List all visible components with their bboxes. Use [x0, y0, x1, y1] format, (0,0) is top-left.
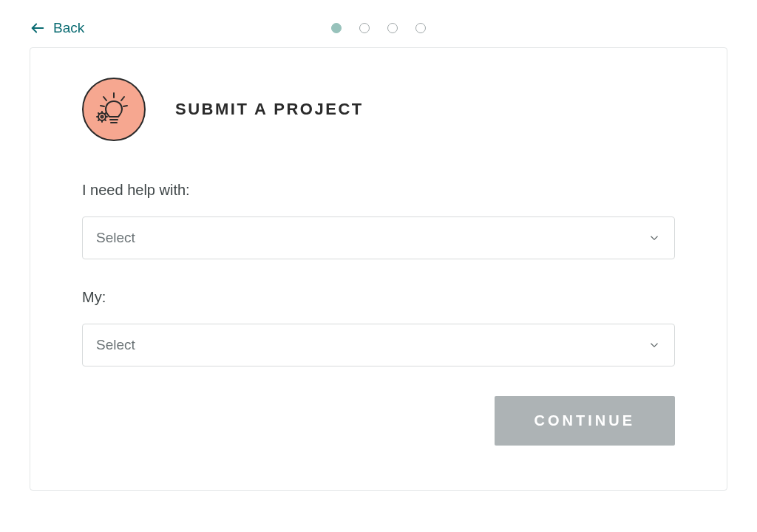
svg-line-6 — [101, 106, 104, 106]
svg-line-16 — [98, 120, 100, 121]
arrow-left-icon — [30, 20, 46, 36]
button-row: CONTINUE — [82, 396, 675, 446]
my-select-value: Select — [96, 337, 135, 353]
stepper — [331, 23, 426, 33]
my-select[interactable]: Select — [82, 324, 675, 366]
chevron-down-icon — [648, 338, 661, 352]
page-title: SUBMIT A PROJECT — [175, 100, 364, 119]
form-card: SUBMIT A PROJECT I need help with: Selec… — [30, 47, 727, 491]
continue-button[interactable]: CONTINUE — [495, 396, 675, 446]
form-group-my: My: Select — [82, 289, 675, 366]
step-dot-3[interactable] — [387, 23, 398, 33]
step-dot-1[interactable] — [331, 23, 342, 33]
card-header: SUBMIT A PROJECT — [82, 78, 675, 141]
back-button[interactable]: Back — [30, 20, 84, 36]
chevron-down-icon — [648, 231, 661, 245]
lightbulb-gear-icon — [82, 78, 146, 141]
help-select-value: Select — [96, 230, 135, 246]
svg-line-4 — [103, 97, 106, 100]
svg-line-7 — [123, 106, 127, 106]
svg-line-15 — [105, 120, 106, 121]
svg-line-14 — [98, 113, 100, 115]
step-dot-2[interactable] — [359, 23, 370, 33]
help-label: I need help with: — [82, 182, 675, 199]
top-bar: Back — [30, 15, 727, 41]
svg-point-9 — [101, 116, 103, 118]
my-label: My: — [82, 289, 675, 306]
form-group-help: I need help with: Select — [82, 182, 675, 259]
help-select[interactable]: Select — [82, 216, 675, 259]
svg-line-17 — [105, 113, 106, 115]
svg-line-5 — [121, 97, 124, 100]
back-label: Back — [53, 20, 84, 36]
step-dot-4[interactable] — [415, 23, 426, 33]
